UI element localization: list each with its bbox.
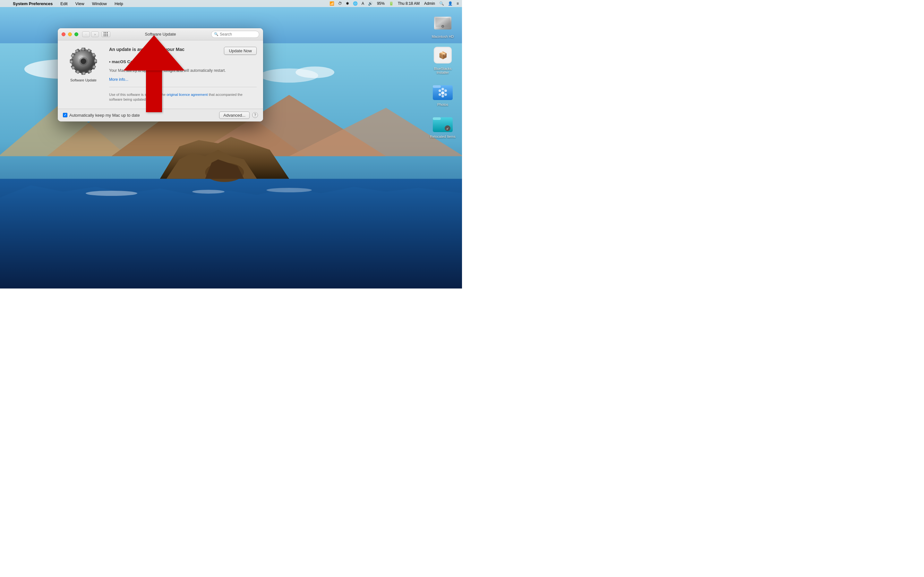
- search-input[interactable]: [220, 32, 256, 37]
- menubar-left: System Preferences Edit View Window Help: [3, 1, 124, 7]
- titlebar-search: 🔍: [211, 31, 259, 38]
- search-icon: 🔍: [214, 32, 218, 36]
- software-update-icon: [69, 47, 98, 76]
- svg-point-32: [444, 89, 447, 92]
- macintosh-hd-icon: [433, 13, 453, 33]
- desktop-icon-macintosh-hd[interactable]: Macintosh HD: [430, 13, 456, 39]
- dialog-sidebar: Software Update: [64, 47, 103, 102]
- relocated-label: Relocated Items: [430, 135, 455, 139]
- battery-icon: 🔋: [388, 1, 394, 6]
- svg-point-20: [192, 190, 225, 193]
- svg-point-31: [441, 88, 444, 90]
- user-avatar: 👤: [447, 1, 453, 6]
- checkmark-icon: ✓: [64, 113, 66, 117]
- svg-marker-59: [124, 35, 184, 71]
- svg-point-19: [267, 188, 312, 192]
- advanced-button[interactable]: Advanced...: [219, 111, 250, 119]
- red-arrow-annotation: [122, 35, 186, 117]
- battery-percent: 95%: [376, 1, 386, 6]
- user-icon: A: [361, 1, 365, 6]
- svg-point-18: [86, 191, 137, 196]
- menu-help[interactable]: Help: [113, 1, 124, 7]
- svg-text:↙: ↙: [446, 127, 449, 130]
- menubar-right: 📶 ⏱ ✱ 🌐 A 🔊 95% 🔋 Thu 8:18 AM Admin 🔍 👤: [329, 1, 459, 6]
- svg-point-35: [439, 93, 441, 96]
- svg-point-33: [444, 93, 447, 96]
- volume-icon: 🔊: [367, 1, 373, 6]
- desktop-icons: Macintosh HD 📦 BlueStacks Installer: [430, 13, 456, 139]
- app-name[interactable]: System Preferences: [11, 1, 54, 7]
- menu-view[interactable]: View: [74, 1, 86, 7]
- datetime: Thu 8:18 AM: [397, 1, 421, 6]
- wifi-icon: 📶: [329, 1, 335, 6]
- username: Admin: [423, 1, 436, 6]
- help-button[interactable]: ?: [252, 112, 258, 118]
- svg-text:📦: 📦: [439, 51, 447, 60]
- minimize-button[interactable]: [68, 32, 72, 36]
- svg-point-36: [439, 89, 441, 92]
- update-now-button[interactable]: Update Now: [224, 47, 257, 55]
- menu-edit[interactable]: Edit: [59, 1, 69, 7]
- desktop-icon-relocated[interactable]: ↙ Relocated Items: [430, 113, 456, 139]
- footer-buttons: Advanced... ?: [219, 111, 258, 119]
- svg-rect-38: [433, 117, 441, 120]
- photos-label: Photos: [437, 103, 448, 106]
- relocated-icon: ↙: [433, 113, 453, 133]
- time-machine-icon: ⏱: [338, 1, 342, 6]
- back-button[interactable]: ‹: [82, 31, 90, 37]
- wifi2-icon: 🌐: [352, 1, 359, 6]
- close-button[interactable]: [61, 32, 65, 36]
- svg-point-30: [441, 91, 444, 95]
- svg-marker-17: [0, 185, 462, 288]
- menu-window[interactable]: Window: [91, 1, 108, 7]
- search-box[interactable]: 🔍: [211, 31, 259, 38]
- spotlight-icon[interactable]: 🔍: [439, 1, 445, 6]
- titlebar-nav: ‹ ›: [82, 31, 110, 37]
- forward-button[interactable]: ›: [91, 31, 99, 37]
- bluestacks-label: BlueStacks Installer: [430, 67, 456, 74]
- svg-point-34: [441, 95, 444, 97]
- maximize-button[interactable]: [74, 32, 78, 36]
- svg-rect-58: [146, 64, 162, 112]
- bluestacks-icon: 📦: [433, 45, 453, 65]
- menubar: System Preferences Edit View Window Help…: [0, 0, 462, 7]
- sidebar-label: Software Update: [70, 78, 97, 82]
- photos-icon: [433, 81, 453, 101]
- svg-point-4: [296, 66, 334, 78]
- svg-rect-29: [433, 85, 441, 88]
- macintosh-hd-label: Macintosh HD: [431, 35, 454, 39]
- desktop-icon-bluestacks[interactable]: 📦 BlueStacks Installer: [430, 45, 456, 74]
- window-controls: [61, 32, 78, 36]
- apple-menu[interactable]: [3, 3, 5, 4]
- checkbox-checked: ✓: [63, 113, 67, 117]
- bluetooth-icon: ✱: [345, 1, 350, 6]
- control-center-icon: ≡: [456, 1, 459, 6]
- desktop: System Preferences Edit View Window Help…: [0, 0, 462, 288]
- grid-button[interactable]: [102, 31, 110, 37]
- svg-point-24: [442, 26, 443, 27]
- desktop-icon-photos[interactable]: Photos: [430, 81, 456, 106]
- svg-point-56: [81, 58, 86, 64]
